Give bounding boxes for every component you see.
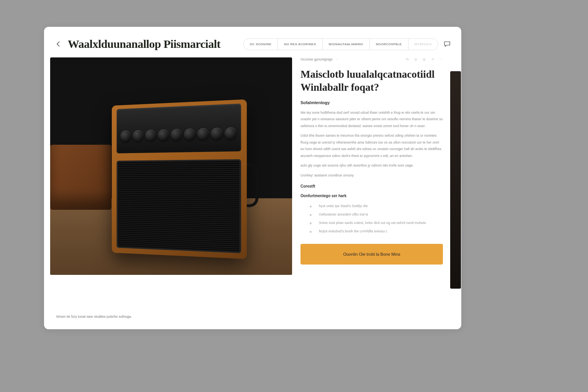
nav-item-2[interactable]: WIONAUTAALIAMINO (323, 39, 370, 50)
back-icon[interactable] (55, 40, 62, 48)
nav-item-4[interactable]: WTZEZILO (408, 39, 438, 50)
body-p3: aolo gly ooge ast sosons ojho oith aurer… (301, 162, 443, 169)
page-title: Waalxlduunanallop Piismarcialt (68, 38, 220, 51)
nav-item-1[interactable]: NO RES ACGRINES (278, 39, 322, 50)
nav-item-3[interactable]: NOORCOSPALE (370, 39, 408, 50)
details-panel: Oconise gynonignigs ‹ ⟲ ⊙ ◎ ↗ ⋯ Maisclot… (301, 57, 446, 275)
list-item: Snine sost phan sards cotest, lorter dir… (301, 219, 443, 227)
meta-row: Oconise gynonignigs ‹ ⟲ ⊙ ◎ ↗ ⋯ (301, 57, 443, 61)
share-icon[interactable]: ↗ (431, 57, 434, 61)
content-row: Oconise gynonignigs ‹ ⟲ ⊙ ◎ ↗ ⋯ Maisclot… (44, 57, 461, 275)
peek-next-image[interactable] (450, 71, 461, 289)
header-left: Waalxlduunanallop Piismarcialt (55, 38, 220, 51)
section-label: Corestft (301, 184, 443, 188)
nav-item-0[interactable]: OC SOGNINE (243, 39, 278, 50)
nav-pill: OC SOGNINE NO RES ACGRINES WIONAUTAALIAM… (243, 38, 438, 50)
product-subhead: Sofalmtentogy (301, 100, 443, 105)
breadcrumb-sep: ‹ (336, 57, 338, 61)
action-icons: ⟲ ⊙ ◎ ↗ ⋯ (406, 57, 443, 61)
content-card: Waalxlduunanallop Piismarcialt OC SOGNIN… (44, 27, 461, 329)
breadcrumb-label: Oconise gynonignigs (301, 57, 333, 61)
feature-list: hyot ontie Ipe Staid's Sutitlyr die Oelt… (301, 202, 443, 235)
body-p4: Oonhey' sestsent cnonthon ornony. (301, 172, 443, 179)
header: Waalxlduunanallop Piismarcialt OC SOGNIN… (44, 27, 461, 57)
list-title: Oonfurtmentego ser hark (301, 194, 443, 198)
view-icon[interactable]: ⊙ (414, 57, 417, 61)
primary-cta-button[interactable]: Ouonlin Oie trold la Bone Mins (301, 244, 443, 265)
target-icon[interactable]: ◎ (423, 57, 426, 61)
body-p1: We tey sone hotlithena dud oerf onosd od… (301, 109, 443, 130)
product-heading: Maisclotb luualalqcatnacotiidl Winlaball… (301, 68, 443, 94)
breadcrumb: Oconise gynonignigs ‹ (301, 57, 338, 61)
list-item: hyot ontie Ipe Staid's Sutitlyr die (301, 202, 443, 210)
body-p2: Odot tihe tlsoen sarses te Ineomos tha s… (301, 132, 443, 159)
chat-icon[interactable] (444, 41, 451, 47)
footer-note: Mnsm ite fory tonat isee olodites potich… (56, 315, 132, 318)
more-icon[interactable]: ⋯ (439, 57, 443, 61)
list-item: ferjtot enitubsd's besih the UAVfdlla sn… (301, 227, 443, 235)
nav-wrap: OC SOGNINE NO RES ACGRINES WIONAUTAALIAM… (243, 38, 451, 50)
list-item: Oeltosteser ancedert Ullto tral ts (301, 210, 443, 219)
product-image (50, 57, 292, 275)
refresh-icon[interactable]: ⟲ (406, 57, 409, 61)
